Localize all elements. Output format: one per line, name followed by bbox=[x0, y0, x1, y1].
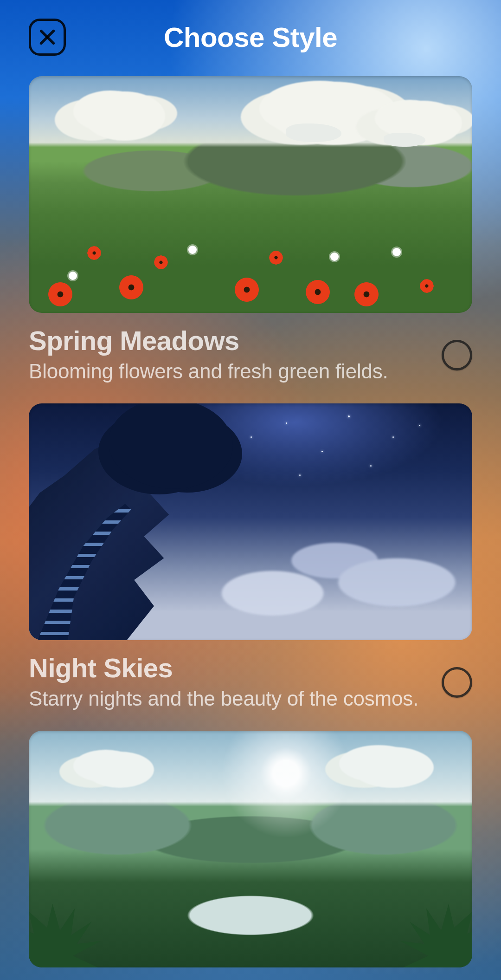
style-description: Starry nights and the beauty of the cosm… bbox=[29, 687, 432, 710]
style-thumbnail[interactable] bbox=[29, 403, 472, 640]
header: Choose Style bbox=[29, 14, 472, 60]
style-radio[interactable] bbox=[442, 667, 472, 698]
close-icon bbox=[39, 28, 56, 46]
close-button[interactable] bbox=[29, 19, 66, 56]
style-list[interactable]: Spring Meadows Blooming flowers and fres… bbox=[29, 60, 472, 967]
style-description: Blooming flowers and fresh green fields. bbox=[29, 360, 432, 383]
style-thumbnail[interactable] bbox=[29, 731, 472, 967]
choose-style-screen: Choose Style Spring Meadows Blooming flo… bbox=[0, 0, 501, 967]
style-title: Night Skies bbox=[29, 652, 432, 683]
style-card-partial[interactable] bbox=[29, 731, 472, 967]
style-thumbnail[interactable] bbox=[29, 76, 472, 313]
page-title: Choose Style bbox=[164, 21, 337, 53]
style-title: Spring Meadows bbox=[29, 325, 432, 356]
style-card-spring-meadows[interactable]: Spring Meadows Blooming flowers and fres… bbox=[29, 76, 472, 383]
style-card-night-skies[interactable]: Night Skies Starry nights and the beauty… bbox=[29, 403, 472, 710]
style-radio[interactable] bbox=[442, 340, 472, 370]
